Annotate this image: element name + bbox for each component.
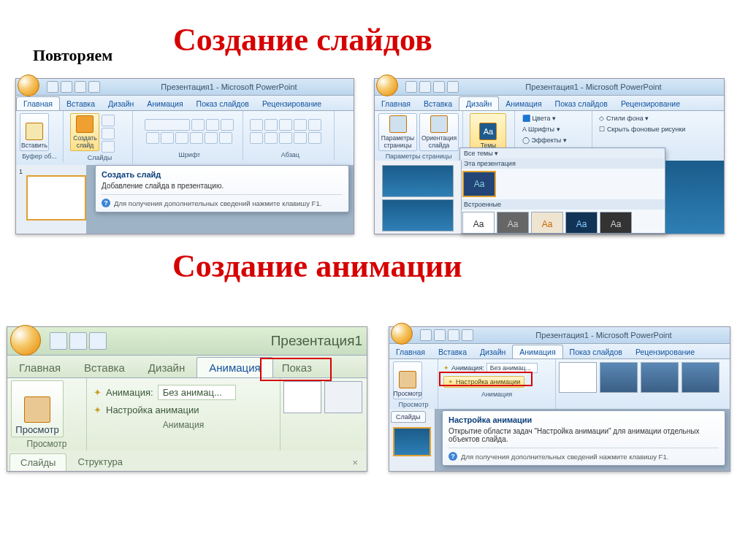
transition-item[interactable]: [600, 362, 638, 393]
office-orb-icon[interactable]: [10, 325, 41, 356]
tab-home[interactable]: Главная: [389, 345, 432, 358]
align-center[interactable]: [264, 132, 278, 144]
quick-access-toolbar[interactable]: [47, 81, 100, 93]
font-color[interactable]: [219, 132, 232, 144]
theme-item[interactable]: Aa: [565, 212, 598, 234]
transition-item[interactable]: [324, 381, 362, 413]
italic-button[interactable]: [161, 132, 174, 144]
numbering-button[interactable]: [264, 119, 278, 131]
quick-access-toolbar[interactable]: [405, 81, 459, 93]
indent-dec[interactable]: [279, 119, 292, 131]
slide-thumbnail[interactable]: [382, 199, 454, 231]
tab-design[interactable]: Дизайн: [473, 345, 512, 358]
transition-item[interactable]: [559, 362, 597, 393]
close-panel-icon[interactable]: ×: [343, 454, 367, 471]
screenshot-design-ribbon: Презентация1 - Microsoft PowerPoint Глав…: [374, 78, 725, 234]
page-setup-button[interactable]: Параметры страницы: [378, 113, 417, 151]
strike-button[interactable]: [190, 132, 203, 144]
slide-thumbnail[interactable]: [382, 165, 454, 197]
tab-insert[interactable]: Вставка: [432, 345, 473, 358]
char-spacing[interactable]: [205, 132, 218, 144]
tab-animation[interactable]: Анимация: [140, 97, 189, 110]
align-justify[interactable]: [294, 132, 307, 144]
hide-bg-checkbox[interactable]: ☐ Скрыть фоновые рисунки: [599, 124, 716, 135]
office-orb-icon[interactable]: [391, 323, 413, 345]
fonts-button[interactable]: A Шрифты ▾: [522, 124, 588, 135]
theme-item[interactable]: Aa: [462, 212, 495, 234]
tab-insert[interactable]: Вставка: [60, 97, 102, 110]
transition-item[interactable]: [283, 381, 321, 413]
tab-review[interactable]: Рецензирование: [256, 97, 328, 110]
transition-item[interactable]: [641, 362, 679, 393]
align-right[interactable]: [279, 132, 292, 144]
theme-item[interactable]: Aa: [497, 212, 529, 234]
shrink-font[interactable]: [221, 119, 234, 131]
tab-home[interactable]: Главная: [375, 97, 417, 110]
reset-button[interactable]: [102, 128, 115, 139]
tooltip-help: Для получения дополнительных сведений на…: [114, 199, 321, 207]
office-orb-icon[interactable]: [18, 74, 39, 96]
tab-slideshow[interactable]: Показ слайдов: [563, 345, 629, 358]
tab-review[interactable]: Рецензирование: [629, 345, 701, 358]
gallery-header-this: Эта презентация: [460, 158, 665, 169]
quick-access-toolbar[interactable]: [420, 329, 473, 341]
tab-slides-panel[interactable]: Слайды: [9, 453, 66, 471]
tooltip-help: Для получения дополнительных сведений на…: [461, 453, 668, 461]
preview-button[interactable]: Просмотр: [11, 380, 64, 437]
slide-orientation-button[interactable]: Ориентация слайда: [419, 113, 459, 151]
tab-outline-panel[interactable]: Структура: [66, 453, 134, 471]
tab-review[interactable]: Рецензирование: [614, 97, 687, 110]
theme-item[interactable]: Aa: [462, 171, 496, 197]
help-icon: ?: [449, 452, 457, 461]
underline-button[interactable]: [175, 132, 188, 144]
themes-gallery[interactable]: Все темы ▾ Эта презентация Aa Встроенные…: [459, 147, 665, 234]
theme-item[interactable]: Aa: [600, 212, 632, 234]
align-left[interactable]: [250, 132, 263, 144]
tab-slides-panel[interactable]: Слайды: [391, 411, 426, 423]
heading-animation: Создание анимации: [172, 248, 462, 285]
effects-button[interactable]: ◯ Эффекты ▾: [522, 135, 588, 146]
bullets-button[interactable]: [250, 119, 263, 131]
tab-design[interactable]: Дизайн: [459, 96, 499, 110]
tooltip-body: Открытие области задач "Настройка анимац…: [449, 427, 719, 443]
tab-home[interactable]: Главная: [7, 358, 72, 377]
bg-styles-button[interactable]: ◇ Стили фона ▾: [599, 113, 716, 124]
tab-home[interactable]: Главная: [16, 96, 60, 110]
font-select[interactable]: [145, 119, 190, 131]
preview-button[interactable]: Просмотр: [393, 361, 422, 399]
transition-item[interactable]: [682, 362, 720, 393]
colors-button[interactable]: 🟦 Цвета ▾: [522, 113, 588, 124]
indent-inc[interactable]: [294, 119, 307, 131]
tab-design[interactable]: Дизайн: [102, 97, 140, 110]
group-preview: Просмотр: [393, 401, 434, 408]
slide-thumbnail[interactable]: [26, 175, 86, 220]
bold-button[interactable]: [146, 132, 159, 144]
tab-animation[interactable]: Анимация: [499, 97, 548, 110]
tooltip-new-slide: Создать слайд Добавление слайда в презен…: [95, 165, 349, 212]
tab-insert[interactable]: Вставка: [417, 97, 459, 110]
line-spacing[interactable]: [308, 119, 321, 131]
columns-button[interactable]: [308, 132, 321, 144]
office-orb-icon[interactable]: [376, 74, 398, 96]
layout-button[interactable]: [102, 115, 115, 126]
anim-dropdown[interactable]: Без анимац...: [158, 385, 236, 400]
group-page-setup: Параметры страницы: [378, 153, 459, 160]
tab-slideshow[interactable]: Показ слайдов: [549, 97, 614, 110]
custom-anim-button[interactable]: ✦ Настройка анимации: [94, 404, 273, 415]
anim-label: Анимация:: [451, 364, 484, 372]
theme-item[interactable]: Aa: [531, 212, 563, 234]
quick-access-toolbar[interactable]: [50, 332, 107, 350]
paste-button[interactable]: Вставить: [20, 113, 49, 151]
tab-slideshow[interactable]: Показ слайдов: [190, 97, 256, 110]
font-size[interactable]: [191, 119, 205, 131]
window-title: Презентация1 - Microsoft PowerPoint: [478, 327, 730, 343]
themes-button[interactable]: AaТемы: [470, 113, 506, 151]
tab-animation[interactable]: Анимация: [512, 345, 562, 358]
delete-button[interactable]: [102, 141, 115, 153]
slide-thumbnail[interactable]: [393, 427, 431, 456]
tooltip-title: Настройка анимации: [449, 415, 532, 424]
new-slide-button[interactable]: Создать слайд: [70, 113, 99, 151]
tab-insert[interactable]: Вставка: [72, 358, 137, 377]
grow-font[interactable]: [206, 119, 219, 131]
tab-design[interactable]: Дизайн: [137, 358, 196, 377]
